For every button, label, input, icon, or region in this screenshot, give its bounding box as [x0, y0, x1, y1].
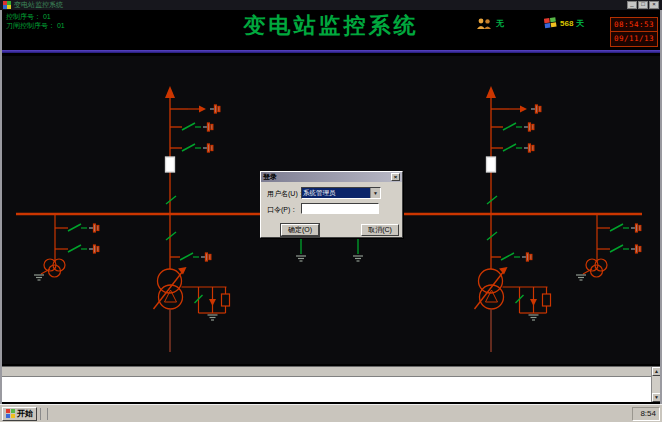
control-sequence-info: 控制序号： 01 刀闸控制序号： 01	[6, 12, 65, 30]
time-value: 08:54:53	[611, 18, 657, 32]
minimize-button[interactable]: _	[627, 1, 637, 9]
windows-flag-icon	[6, 409, 15, 418]
transformer-bay-1[interactable]	[166, 214, 211, 269]
uptime-days-value: 568	[560, 19, 573, 28]
login-dialog-titlebar[interactable]: 登录 ×	[261, 172, 402, 182]
app-icon	[3, 1, 11, 9]
window-border-left	[0, 0, 2, 404]
taskbar-divider-2	[47, 408, 48, 420]
taskbar-divider	[40, 408, 41, 420]
login-dialog: 登录 × 用户名(U)： 系统管理员 ▼ 口令(P)： 确定(O) 取消(C)	[260, 171, 403, 238]
pt-bay-1[interactable]	[34, 214, 99, 280]
windows-logo-icon	[544, 17, 557, 30]
page-title: 变电站监控系统	[244, 11, 419, 41]
pt-bay-2[interactable]	[576, 214, 641, 280]
transformer-2-symbol[interactable]	[475, 267, 508, 309]
window-controls: _□×	[627, 1, 659, 9]
combobox-dropdown-icon[interactable]: ▼	[370, 188, 380, 198]
header: 控制序号： 01 刀闸控制序号： 01 变电站监控系统 无 568 天	[2, 10, 660, 50]
switch-seq-line: 刀闸控制序号： 01	[6, 21, 65, 30]
transformer-2-neutral	[503, 287, 551, 320]
cancel-button[interactable]: 取消(C)	[361, 224, 399, 236]
tray-clock: 8:54	[640, 409, 656, 418]
transformer-1-neutral	[182, 287, 230, 320]
event-table	[1, 367, 651, 402]
control-seq-line: 控制序号： 01	[6, 12, 65, 21]
date-value: 09/11/13	[611, 32, 657, 46]
password-label: 口令(P)：	[267, 205, 297, 215]
login-dialog-title: 登录	[263, 172, 277, 182]
feeder-bay-dingzheng-2[interactable]	[486, 86, 541, 214]
username-selected-value: 系统管理员	[302, 188, 370, 198]
username-combobox[interactable]: 系统管理员 ▼	[301, 187, 381, 199]
uptime-days-unit: 天	[576, 18, 584, 29]
event-table-header	[1, 367, 651, 377]
header-separator	[2, 50, 660, 53]
dialog-close-icon[interactable]: ×	[391, 173, 400, 181]
operator-status: 无	[476, 18, 504, 29]
feeder-bay-dingzheng-1[interactable]	[165, 86, 220, 214]
single-line-diagram: 登录 × 用户名(U)： 系统管理员 ▼ 口令(P)： 确定(O) 取消(C)	[2, 56, 660, 364]
close-button[interactable]: ×	[649, 1, 659, 9]
uptime-status: 568 天	[544, 17, 584, 30]
datetime-display: 08:54:53 09/11/13	[610, 17, 658, 47]
ground-1006-I	[296, 256, 306, 261]
ground-1006-II	[353, 256, 363, 261]
window-titlebar: 变电站监控系统 _□×	[0, 0, 662, 10]
system-tray: 8:54	[632, 407, 660, 421]
password-input[interactable]	[301, 203, 379, 214]
transformer-bay-2[interactable]	[487, 214, 532, 269]
operator-value: 无	[496, 18, 504, 29]
ok-button[interactable]: 确定(O)	[281, 224, 319, 236]
event-table-panel: ▲ ▼	[1, 366, 661, 402]
scada-main-window: 变电站监控系统 _□× 控制序号： 01 刀闸控制序号： 01 变电站监控系统 …	[0, 0, 662, 422]
window-title: 变电站监控系统	[14, 0, 63, 10]
maximize-button[interactable]: □	[638, 1, 648, 9]
transformer-1-symbol[interactable]	[154, 267, 187, 309]
username-label: 用户名(U)：	[267, 189, 305, 199]
users-icon	[476, 18, 493, 29]
start-label: 开始	[17, 408, 33, 419]
start-button[interactable]: 开始	[2, 407, 37, 421]
taskbar: 开始 8:54	[0, 404, 662, 422]
